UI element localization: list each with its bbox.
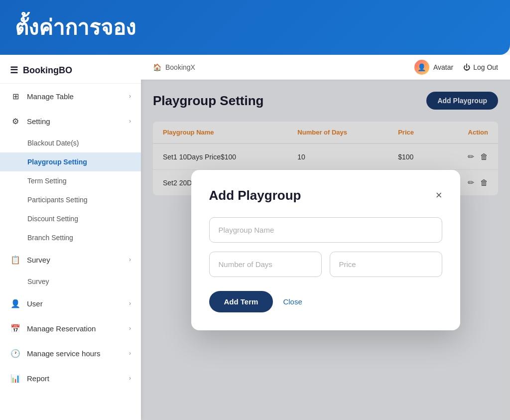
sidebar-sub-item-discount-setting[interactable]: Discount Setting — [0, 209, 141, 228]
price-input[interactable] — [330, 252, 442, 277]
sidebar: ☰ BookingBO ⊞ Manage Table › ⚙ Setting ›… — [0, 55, 141, 420]
term-setting-label: Term Setting — [27, 177, 67, 185]
breadcrumb-label: BookingX — [165, 63, 195, 71]
top-nav: 🏠 BookingX 👤 Avatar ⏻ Log Out — [141, 55, 510, 80]
home-icon: 🏠 — [153, 63, 161, 71]
logout-button[interactable]: ⏻ Log Out — [463, 63, 498, 71]
chevron-icon-report: › — [129, 375, 131, 382]
sidebar-item-label-report: Report — [27, 374, 49, 383]
manage-reservation-icon: 📅 — [10, 323, 21, 334]
sidebar-brand[interactable]: ☰ BookingBO — [0, 55, 141, 84]
modal-close-link-button[interactable]: Close — [283, 297, 302, 306]
add-playgroup-modal: Add Playgroup × Add Term Close — [191, 170, 460, 330]
sidebar-sub-item-playgroup-setting[interactable]: Playgroup Setting — [0, 152, 141, 171]
sidebar-item-label-user: User — [27, 299, 43, 308]
avatar: 👤 — [414, 60, 429, 75]
sidebar-sub-item-term-setting[interactable]: Term Setting — [0, 171, 141, 190]
page-content: Playgroup Setting Add Playgroup Playgrou… — [141, 80, 510, 420]
menu-icon: ☰ — [10, 65, 18, 76]
modal-close-button[interactable]: × — [436, 190, 442, 201]
brand-label: BookingBO — [23, 65, 72, 76]
avatar-section[interactable]: 👤 Avatar — [414, 60, 453, 75]
chevron-icon-manage-reservation: › — [129, 325, 131, 332]
report-icon: 📊 — [10, 373, 21, 384]
main-layout: ☰ BookingBO ⊞ Manage Table › ⚙ Setting ›… — [0, 55, 510, 420]
discount-setting-label: Discount Setting — [27, 215, 78, 223]
add-term-button[interactable]: Add Term — [209, 291, 273, 312]
header-banner: ตั้งค่าการจอง — [0, 0, 510, 55]
sidebar-item-label-manage-service-hours: Manage service hours — [27, 349, 101, 358]
user-icon: 👤 — [10, 298, 21, 309]
logout-icon: ⏻ — [463, 63, 470, 71]
top-nav-right: 👤 Avatar ⏻ Log Out — [414, 60, 498, 75]
blackout-dates-label: Blackout Date(s) — [27, 139, 79, 147]
survey-icon: 📋 — [10, 254, 21, 265]
sidebar-item-manage-service-hours[interactable]: 🕐 Manage service hours › — [0, 341, 141, 366]
modal-title: Add Playgroup — [209, 188, 301, 203]
modal-actions: Add Term Close — [209, 291, 442, 312]
survey-sub-label: Survey — [27, 278, 49, 285]
sidebar-sub-item-blackout-dates[interactable]: Blackout Date(s) — [0, 134, 141, 152]
logout-label: Log Out — [473, 63, 498, 71]
sidebar-item-user[interactable]: 👤 User › — [0, 291, 141, 316]
sidebar-item-label-setting: Setting — [27, 117, 50, 126]
chevron-icon-user: › — [129, 300, 131, 307]
content-area: 🏠 BookingX 👤 Avatar ⏻ Log Out Playgroup … — [141, 55, 510, 420]
chevron-icon-setting: › — [129, 118, 131, 125]
sidebar-sub-item-participants-setting[interactable]: Participants Setting — [0, 190, 141, 209]
manage-service-hours-icon: 🕐 — [10, 348, 21, 359]
sidebar-sub-item-branch-setting[interactable]: Branch Setting — [0, 228, 141, 247]
setting-icon: ⚙ — [10, 116, 21, 127]
sidebar-item-survey[interactable]: 📋 Survey › — [0, 247, 141, 272]
sidebar-item-manage-table[interactable]: ⊞ Manage Table › — [0, 84, 141, 109]
sidebar-item-label-manage-table: Manage Table — [27, 92, 74, 101]
playgroup-setting-label: Playgroup Setting — [27, 158, 87, 166]
modal-header: Add Playgroup × — [209, 188, 442, 203]
breadcrumb: 🏠 BookingX — [153, 63, 195, 71]
branch-setting-label: Branch Setting — [27, 234, 73, 242]
manage-table-icon: ⊞ — [10, 91, 21, 102]
participants-setting-label: Participants Setting — [27, 196, 88, 204]
sidebar-item-label-survey: Survey — [27, 256, 50, 264]
chevron-icon-survey: › — [129, 256, 131, 263]
chevron-icon-manage-table: › — [129, 93, 131, 100]
sidebar-item-report[interactable]: 📊 Report › — [0, 366, 141, 391]
sidebar-item-manage-reservation[interactable]: 📅 Manage Reservation › — [0, 316, 141, 341]
number-of-days-input[interactable] — [209, 252, 322, 277]
modal-overlay: Add Playgroup × Add Term Close — [141, 80, 510, 420]
sidebar-sub-item-survey[interactable]: Survey — [0, 272, 141, 291]
modal-row — [209, 252, 442, 277]
playgroup-name-input[interactable] — [209, 217, 442, 243]
avatar-label: Avatar — [433, 63, 453, 71]
sidebar-item-setting[interactable]: ⚙ Setting › — [0, 109, 141, 134]
sidebar-item-label-manage-reservation: Manage Reservation — [27, 324, 96, 333]
header-title: ตั้งค่าการจอง — [15, 11, 136, 44]
chevron-icon-manage-service-hours: › — [129, 350, 131, 357]
